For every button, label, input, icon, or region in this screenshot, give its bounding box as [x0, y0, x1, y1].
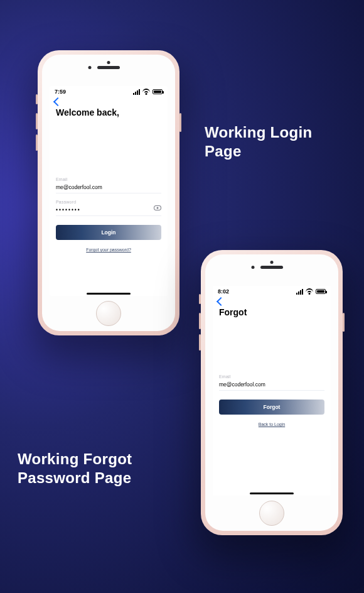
back-to-login-link[interactable]: Back to Login: [219, 422, 324, 427]
phone-forgot-mockup: 8:02 Forgot Email me@coderfool.com Forgo…: [201, 250, 343, 535]
back-button[interactable]: [50, 97, 168, 105]
forgot-button[interactable]: Forgot: [219, 400, 324, 415]
headline-forgot: Working ForgotPassword Page: [18, 450, 132, 487]
phone-sensor: [252, 266, 255, 269]
phone-camera: [107, 61, 110, 64]
page-title: Forgot: [213, 305, 331, 317]
password-value: ••••••••: [56, 207, 81, 213]
email-label: Email: [219, 374, 324, 379]
password-field[interactable]: ••••••••: [56, 204, 161, 216]
eye-icon[interactable]: [154, 205, 161, 210]
home-indicator: [250, 492, 294, 494]
status-bar: 8:02: [213, 286, 331, 297]
home-indicator: [87, 293, 131, 295]
status-time: 7:59: [55, 89, 66, 95]
phone-speaker: [260, 266, 283, 269]
login-button[interactable]: Login: [56, 225, 161, 240]
headline-login: Working LoginPage: [205, 123, 312, 161]
wifi-icon: [306, 289, 313, 295]
login-screen: 7:59 Welcome back, Email me@coderfool.co…: [50, 86, 168, 296]
forgot-password-link[interactable]: Forgot your password?: [56, 248, 161, 252]
battery-icon: [316, 289, 326, 294]
email-label: Email: [56, 177, 161, 182]
page-title: Welcome back,: [50, 105, 168, 117]
phone-login-mockup: 7:59 Welcome back, Email me@coderfool.co…: [38, 50, 179, 335]
email-field[interactable]: me@coderfool.com: [56, 182, 161, 193]
status-bar: 7:59: [50, 86, 168, 97]
email-field[interactable]: me@coderfool.com: [219, 379, 324, 391]
phone-speaker: [97, 66, 120, 69]
signal-icon: [133, 89, 140, 95]
phone-camera: [270, 261, 274, 264]
back-button[interactable]: [213, 297, 331, 305]
wifi-icon: [142, 89, 150, 95]
forgot-screen: 8:02 Forgot Email me@coderfool.com Forgo…: [213, 286, 331, 496]
home-button[interactable]: [259, 501, 284, 526]
status-time: 8:02: [218, 288, 229, 295]
phone-sensor: [88, 66, 92, 69]
battery-icon: [153, 89, 163, 94]
signal-icon: [296, 289, 303, 295]
password-label: Password: [56, 200, 161, 204]
home-button[interactable]: [96, 301, 121, 326]
